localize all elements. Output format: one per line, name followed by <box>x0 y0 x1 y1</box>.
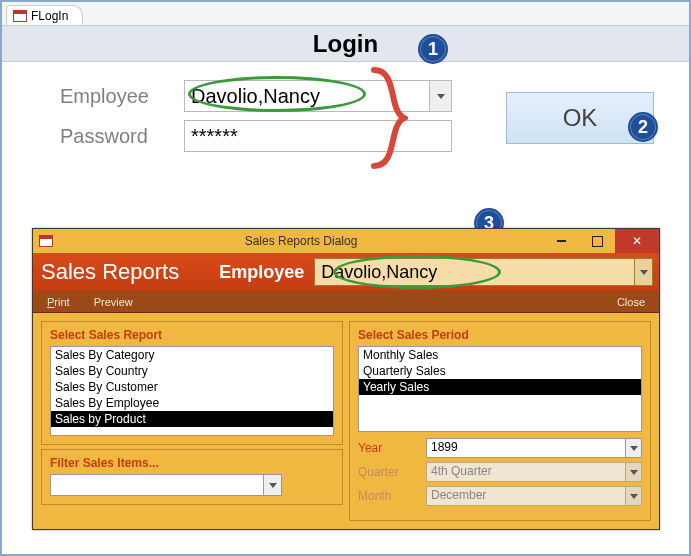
login-title: Login <box>313 30 378 58</box>
dialog-title-bar[interactable]: Sales Reports Dialog <box>33 229 659 253</box>
year-label: Year <box>358 441 418 455</box>
tab-flogin[interactable]: FLogIn <box>6 5 83 25</box>
chevron-down-icon <box>630 470 638 475</box>
report-panel-title: Select Sales Report <box>50 328 334 342</box>
employee-combo[interactable]: Davolio,Nancy <box>184 80 452 112</box>
report-listbox[interactable]: Sales By Category Sales By Country Sales… <box>50 346 334 436</box>
filter-panel: Filter Sales Items... <box>41 449 343 505</box>
ok-label: OK <box>563 104 598 132</box>
employee-dropdown-button[interactable] <box>429 81 451 111</box>
year-value: 1899 <box>427 439 625 457</box>
list-item[interactable]: Sales By Employee <box>51 395 333 411</box>
close-button[interactable] <box>615 229 659 253</box>
ribbon-preview[interactable]: Preview <box>94 296 133 308</box>
chevron-down-icon <box>630 446 638 451</box>
quarter-combo: 4th Quarter <box>426 462 642 482</box>
list-item[interactable]: Sales By Country <box>51 363 333 379</box>
quarter-dropdown-button <box>625 463 641 481</box>
filter-value <box>51 475 263 495</box>
quarter-value: 4th Quarter <box>427 463 625 481</box>
tab-bar: FLogIn <box>2 2 689 26</box>
month-combo: December <box>426 486 642 506</box>
maximize-button[interactable] <box>579 229 615 253</box>
quarter-label: Quarter <box>358 465 418 479</box>
ribbon-print[interactable]: Print <box>47 296 70 308</box>
year-dropdown-button[interactable] <box>625 439 641 457</box>
list-item[interactable]: Monthly Sales <box>359 347 641 363</box>
login-form: Employee Davolio,Nancy Password ****** O… <box>2 62 689 202</box>
chevron-down-icon <box>630 494 638 499</box>
employee-value: Davolio,Nancy <box>185 81 429 111</box>
chevron-down-icon <box>640 270 648 275</box>
dialog-ribbon: Print Preview Close <box>33 291 659 313</box>
list-item[interactable]: Sales by Product <box>51 411 333 427</box>
list-item[interactable]: Sales By Customer <box>51 379 333 395</box>
dialog-title: Sales Reports Dialog <box>59 234 543 248</box>
annotation-1: 1 <box>418 34 448 64</box>
year-combo[interactable]: 1899 <box>426 438 642 458</box>
tab-label: FLogIn <box>31 9 68 23</box>
dialog-header-title: Sales Reports <box>41 259 179 285</box>
month-dropdown-button <box>625 487 641 505</box>
minimize-button[interactable] <box>543 229 579 253</box>
dialog-body: Select Sales Report Sales By Category Sa… <box>33 313 659 529</box>
dialog-employee-value: Davolio,Nancy <box>315 259 634 285</box>
month-value: December <box>427 487 625 505</box>
form-icon <box>13 10 27 22</box>
list-item[interactable]: Quarterly Sales <box>359 363 641 379</box>
period-panel: Select Sales Period Monthly Sales Quarte… <box>349 321 651 521</box>
dialog-header: Sales Reports Employee Davolio,Nancy <box>33 253 659 291</box>
month-label: Month <box>358 489 418 503</box>
list-item[interactable]: Yearly Sales <box>359 379 641 395</box>
annotation-2: 2 <box>628 112 658 142</box>
period-listbox[interactable]: Monthly Sales Quarterly Sales Yearly Sal… <box>358 346 642 432</box>
list-item[interactable]: Sales By Category <box>51 347 333 363</box>
filter-panel-title: Filter Sales Items... <box>50 456 334 470</box>
sales-reports-dialog: Sales Reports Dialog Sales Reports Emplo… <box>32 228 660 530</box>
filter-combo[interactable] <box>50 474 282 496</box>
dialog-employee-combo[interactable]: Davolio,Nancy <box>314 258 653 286</box>
report-panel: Select Sales Report Sales By Category Sa… <box>41 321 343 445</box>
chevron-down-icon <box>437 94 445 99</box>
password-label: Password <box>60 125 184 148</box>
form-icon <box>39 235 53 247</box>
dialog-employee-label: Employee <box>219 262 304 283</box>
dialog-employee-dropdown-button[interactable] <box>634 259 652 285</box>
password-input[interactable]: ****** <box>184 120 452 152</box>
chevron-down-icon <box>269 483 277 488</box>
filter-dropdown-button[interactable] <box>263 475 281 495</box>
password-value: ****** <box>191 125 238 148</box>
ribbon-close[interactable]: Close <box>617 296 645 308</box>
employee-label: Employee <box>60 85 184 108</box>
login-header: Login <box>2 26 689 62</box>
period-panel-title: Select Sales Period <box>358 328 642 342</box>
